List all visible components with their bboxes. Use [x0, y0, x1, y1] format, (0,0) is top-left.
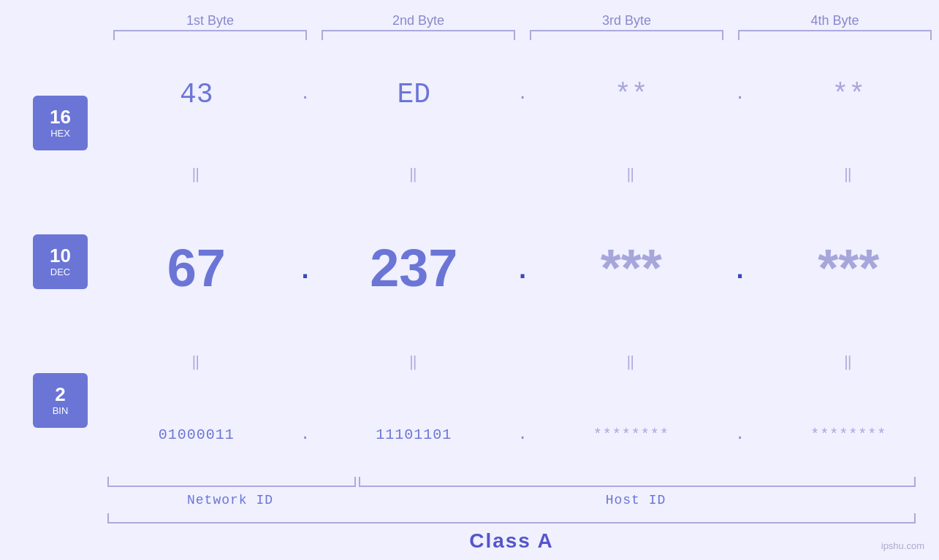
host-id-label: Host ID — [354, 493, 917, 507]
network-id-label: Network ID — [106, 493, 354, 507]
bottom-bar: Class A — [0, 513, 939, 553]
watermark: ipshu.com — [881, 540, 924, 551]
equals-hex-dec: ‖ ‖ ‖ ‖ — [106, 164, 939, 184]
badge-hex: 16 HEX — [33, 96, 88, 150]
bracket-bottom-row — [106, 477, 917, 490]
bin-byte-4: ******** — [759, 426, 940, 443]
byte-header-2: 2nd Byte — [314, 13, 522, 28]
bin-sep-2: . — [504, 426, 541, 444]
bracket-byte-4 — [738, 30, 932, 40]
bracket-host-id — [359, 477, 916, 487]
hex-byte-2: ED — [324, 79, 505, 110]
dec-byte-4: *** — [759, 238, 940, 298]
bracket-byte-2 — [322, 30, 515, 40]
bracket-byte-1 — [113, 30, 307, 40]
eq-2: ‖ — [324, 165, 505, 183]
top-bracket-row — [0, 30, 939, 46]
eq-4: ‖ — [759, 165, 940, 183]
byte-header-1: 1st Byte — [106, 13, 314, 28]
hex-sep-3: . — [722, 85, 759, 104]
badge-hex-number: 16 — [50, 107, 71, 126]
hex-sep-2: . — [504, 85, 541, 104]
eq-1: ‖ — [106, 165, 287, 183]
eq-3: ‖ — [541, 165, 722, 183]
eq2-3: ‖ — [541, 353, 722, 371]
hex-byte-3: ** — [541, 79, 722, 110]
bottom-section: Network ID Host ID — [0, 477, 939, 507]
badge-bin-label: BIN — [53, 405, 69, 416]
bin-sep-3: . — [722, 426, 759, 444]
bin-byte-3: ******** — [541, 426, 722, 443]
dec-row: 67 . 237 . *** . *** — [106, 238, 939, 298]
id-labels-row: Network ID Host ID — [106, 493, 917, 507]
bracket-byte-3 — [530, 30, 723, 40]
eq2-1: ‖ — [106, 353, 287, 371]
equals-dec-bin: ‖ ‖ ‖ ‖ — [106, 352, 939, 372]
bin-byte-1: 01000011 — [106, 426, 287, 443]
badges-column: 16 HEX 10 DEC 2 BIN — [0, 46, 106, 477]
bin-row: 01000011 . 11101101 . ******** . *******… — [106, 426, 939, 444]
badge-dec-number: 10 — [50, 246, 71, 265]
badge-bin: 2 BIN — [33, 373, 88, 428]
byte-headers: 1st Byte 2nd Byte 3rd Byte 4th Byte — [0, 13, 939, 28]
hex-sep-1: . — [287, 85, 324, 104]
hex-row: 43 . ED . ** . ** — [106, 79, 939, 110]
dec-byte-1: 67 — [106, 238, 287, 298]
byte-header-3: 3rd Byte — [522, 13, 731, 28]
eq2-2: ‖ — [324, 353, 505, 371]
badge-dec-label: DEC — [50, 266, 70, 277]
bin-sep-1: . — [287, 426, 324, 444]
badge-dec: 10 DEC — [33, 234, 88, 289]
byte-header-4: 4th Byte — [731, 13, 939, 28]
class-label: Class A — [106, 529, 917, 553]
hex-byte-1: 43 — [106, 79, 287, 110]
hex-byte-4: ** — [759, 79, 940, 110]
bin-byte-2: 11101101 — [324, 426, 505, 443]
data-grid: 43 . ED . ** . ** ‖ ‖ ‖ ‖ 67 . — [106, 46, 939, 477]
bracket-network-id — [107, 477, 356, 487]
dec-sep-1: . — [287, 249, 324, 286]
eq2-4: ‖ — [759, 353, 940, 371]
badge-bin-number: 2 — [55, 385, 65, 404]
bracket-class-a — [107, 513, 916, 523]
dec-byte-2: 237 — [324, 238, 505, 298]
dec-sep-3: . — [722, 249, 759, 286]
content-area: 16 HEX 10 DEC 2 BIN 43 . ED . ** . ** — [0, 46, 939, 477]
dec-sep-2: . — [504, 249, 541, 286]
badge-hex-label: HEX — [50, 128, 70, 139]
dec-byte-3: *** — [541, 238, 722, 298]
main-container: 1st Byte 2nd Byte 3rd Byte 4th Byte 16 H… — [0, 0, 939, 560]
